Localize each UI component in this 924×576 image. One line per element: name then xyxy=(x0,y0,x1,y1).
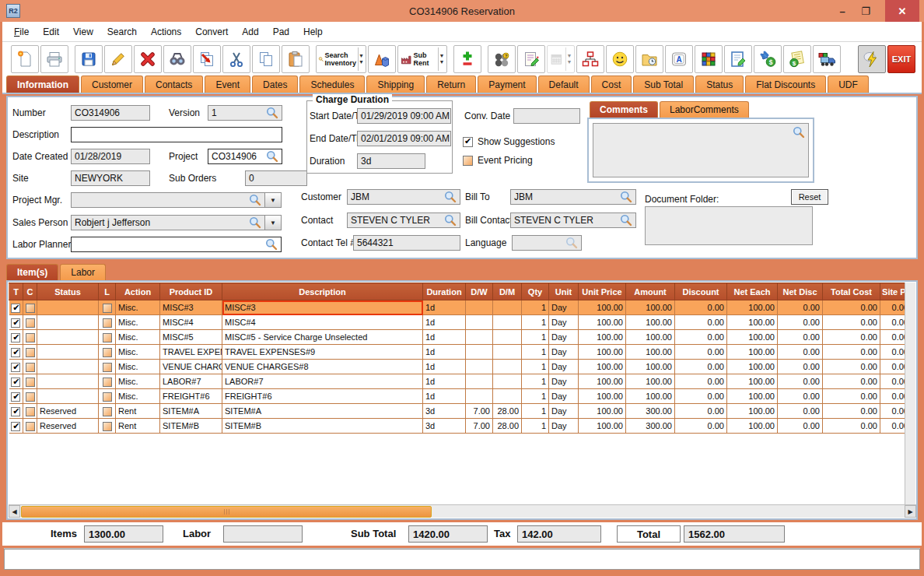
cell-net-each[interactable]: 100.00 xyxy=(727,419,778,434)
tab-return[interactable]: Return xyxy=(426,76,476,93)
t-checkbox[interactable] xyxy=(11,304,20,313)
cell-l[interactable] xyxy=(99,374,116,389)
sub-rent-dropdown[interactable]: ▼▼ xyxy=(438,47,445,71)
cell-description[interactable]: MISC#3 xyxy=(222,300,423,315)
tab-shipping[interactable]: Shipping xyxy=(366,76,425,93)
c-checkbox[interactable] xyxy=(26,407,35,416)
grid-row-labor-7[interactable]: Misc.LABOR#7LABOR#71d1Day100.00100.000.0… xyxy=(9,374,906,389)
cell-status[interactable] xyxy=(37,300,99,315)
cell-unit[interactable]: Day xyxy=(549,419,579,434)
shapes-button[interactable] xyxy=(368,45,396,73)
menu-search[interactable]: Search xyxy=(100,26,144,37)
cell-net-disc[interactable]: 0.00 xyxy=(778,345,823,360)
version-field[interactable]: 1 xyxy=(208,105,282,121)
horizontal-scrollbar[interactable]: ◀ ▶ xyxy=(9,504,916,518)
cell-amount[interactable]: 100.00 xyxy=(626,330,675,345)
cell-action[interactable]: Misc. xyxy=(116,360,160,374)
cell-unit[interactable]: Day xyxy=(549,374,579,389)
grid-row-venue-charg-[interactable]: Misc.VENUE CHARG...VENUE CHARGES#81d1Day… xyxy=(9,360,906,374)
l-checkbox[interactable] xyxy=(103,407,112,416)
cell-site-price[interactable]: 0.00 xyxy=(880,419,906,434)
cell-duration[interactable]: 1d xyxy=(423,374,466,389)
cell-dm[interactable] xyxy=(493,345,522,360)
cell-duration[interactable]: 1d xyxy=(423,300,466,315)
cell-dw[interactable]: 7.00 xyxy=(466,404,493,419)
start-datetime-field[interactable]: 01/29/2019 09:00 AM xyxy=(357,108,451,124)
print-button[interactable] xyxy=(40,45,68,73)
cell-total-cost[interactable]: 0.00 xyxy=(823,300,880,315)
cell-action[interactable]: Misc. xyxy=(116,315,160,330)
t-checkbox[interactable] xyxy=(11,392,20,402)
cell-dw[interactable] xyxy=(466,300,493,315)
project-mgr-search-icon[interactable] xyxy=(249,194,261,206)
cell-l[interactable] xyxy=(99,389,116,404)
cell-net-each[interactable]: 100.00 xyxy=(727,374,778,389)
tab-labor[interactable]: Labor xyxy=(60,264,106,280)
cell-amount[interactable]: 100.00 xyxy=(626,345,675,360)
end-datetime-field[interactable]: 02/01/2019 09:00 AM xyxy=(357,131,451,146)
cell-amount[interactable]: 100.00 xyxy=(626,374,675,389)
cell-action[interactable]: Rent xyxy=(116,404,160,419)
column-header-qty[interactable]: Qty xyxy=(522,283,549,300)
cell-unit[interactable]: Day xyxy=(549,404,579,419)
cell-total-cost[interactable]: 0.00 xyxy=(823,315,880,330)
cell-discount[interactable]: 0.00 xyxy=(675,300,727,315)
cell-net-each[interactable]: 100.00 xyxy=(727,345,778,360)
cell-net-disc[interactable]: 0.00 xyxy=(778,419,823,434)
horizontal-scroll-thumb[interactable] xyxy=(21,506,432,518)
project-mgr-dropdown[interactable]: ▼ xyxy=(264,192,282,208)
cell-site-price[interactable]: 0.00 xyxy=(880,315,906,330)
grid-row-misc-4[interactable]: Misc.MISC#4MISC#41d1Day100.00100.000.001… xyxy=(9,315,906,330)
cell-t[interactable] xyxy=(9,300,23,315)
menu-file[interactable]: File xyxy=(7,26,36,37)
customer-search-icon[interactable] xyxy=(444,191,457,203)
menu-convert[interactable]: Convert xyxy=(188,26,235,37)
cell-discount[interactable]: 0.00 xyxy=(675,374,727,389)
cell-total-cost[interactable]: 0.00 xyxy=(823,374,880,389)
cell-dm[interactable] xyxy=(493,389,522,404)
cell-qty[interactable]: 1 xyxy=(522,315,549,330)
c-checkbox[interactable] xyxy=(26,378,35,387)
cell-dm[interactable] xyxy=(493,374,522,389)
c-checkbox[interactable] xyxy=(26,422,35,431)
cell-duration[interactable]: 1d xyxy=(423,360,466,374)
c-checkbox[interactable] xyxy=(26,333,35,342)
contact-tel-field[interactable]: 5644321 xyxy=(353,235,460,251)
scroll-left-arrow[interactable]: ◀ xyxy=(9,505,20,518)
cut-button[interactable] xyxy=(222,45,250,73)
cell-site-price[interactable]: 0.00 xyxy=(880,374,906,389)
cell-description[interactable]: MISC#5 - Service Charge Unselected xyxy=(222,330,423,345)
grid-row-sitem-a[interactable]: ReservedRentSITEM#ASITEM#A3d7.0028.001Da… xyxy=(9,404,906,419)
cell-c[interactable] xyxy=(23,300,37,315)
comments-field[interactable] xyxy=(593,123,809,177)
cell-discount[interactable]: 0.00 xyxy=(675,360,727,374)
cell-qty[interactable]: 1 xyxy=(522,360,549,374)
description-field[interactable] xyxy=(71,127,282,142)
language-field[interactable] xyxy=(512,235,582,251)
customer-field[interactable]: JBM xyxy=(347,189,460,205)
cell-description[interactable]: SITEM#A xyxy=(222,404,423,419)
column-header-t[interactable]: T xyxy=(9,283,23,300)
edit-document-button[interactable] xyxy=(724,45,752,73)
cell-qty[interactable]: 1 xyxy=(522,330,549,345)
cell-action[interactable]: Rent xyxy=(116,419,160,434)
cell-description[interactable]: VENUE CHARGES#8 xyxy=(222,360,423,374)
cell-total-cost[interactable]: 0.00 xyxy=(823,330,880,345)
exit-button[interactable]: EXIT xyxy=(887,45,915,73)
cell-description[interactable]: TRAVEL EXPENSES#9 xyxy=(222,345,423,360)
cell-duration[interactable]: 1d xyxy=(423,330,466,345)
cell-net-disc[interactable]: 0.00 xyxy=(778,404,823,419)
cell-t[interactable] xyxy=(9,315,23,330)
column-header-amount[interactable]: Amount xyxy=(626,283,675,300)
menu-edit[interactable]: Edit xyxy=(36,26,66,37)
cell-l[interactable] xyxy=(99,330,116,345)
cell-net-disc[interactable]: 0.00 xyxy=(778,315,823,330)
cell-unit[interactable]: Day xyxy=(549,300,579,315)
grid-row-freight-6[interactable]: Misc.FREIGHT#6FREIGHT#61d1Day100.00100.0… xyxy=(9,389,906,404)
cell-net-each[interactable]: 100.00 xyxy=(727,404,778,419)
cell-product-id[interactable]: MISC#5 xyxy=(160,330,222,345)
cell-site-price[interactable]: 0.00 xyxy=(880,330,906,345)
cell-action[interactable]: Misc. xyxy=(116,374,160,389)
cell-c[interactable] xyxy=(23,345,37,360)
l-checkbox[interactable] xyxy=(103,378,112,387)
